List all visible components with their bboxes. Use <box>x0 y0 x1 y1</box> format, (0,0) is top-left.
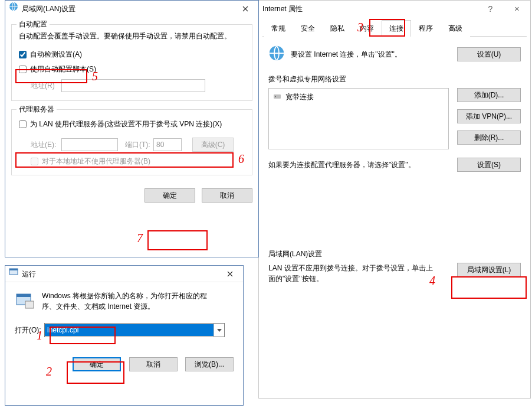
bypass-local-label: 对于本地地址不使用代理服务器(B) <box>42 156 150 167</box>
dialup-section-label: 拨号和虚拟专用网络设置 <box>268 74 521 84</box>
lan-titlebar: 局域网(LAN)设置 <box>5 1 258 17</box>
chevron-down-icon <box>217 329 222 332</box>
internet-properties-titlebar: Internet 属性 ? × <box>259 1 530 17</box>
proxy-port-label: 端口(T): <box>125 140 153 150</box>
tab-programs[interactable]: 程序 <box>411 20 441 37</box>
run-cancel-button[interactable]: 取消 <box>129 357 178 371</box>
advanced-button: 高级(C) <box>192 138 234 152</box>
lan-cancel-button[interactable]: 取消 <box>202 188 252 203</box>
svg-point-2 <box>275 96 276 97</box>
bypass-local-checkbox <box>31 158 38 165</box>
lan-ok-button[interactable]: 确定 <box>145 188 195 203</box>
tab-advanced[interactable]: 高级 <box>441 20 470 37</box>
svg-rect-7 <box>17 294 31 297</box>
run-description: Windows 将根据你所输入的名称，为你打开相应的程序、文件夹、文档或 Int… <box>42 291 219 312</box>
globe-icon <box>9 1 22 17</box>
add-button[interactable]: 添加(D)... <box>457 88 521 102</box>
auto-config-note: 自动配置会覆盖手动设置。要确保使用手动设置，请禁用自动配置。 <box>19 31 245 41</box>
run-program-icon <box>15 291 42 312</box>
run-titlebar: 运行 <box>5 266 243 282</box>
address-label: 地址(R) <box>31 81 61 91</box>
settings-button[interactable]: 设置(S) <box>457 158 521 172</box>
auto-script-checkbox[interactable] <box>19 66 27 73</box>
close-button[interactable]: × <box>504 1 530 17</box>
tab-security[interactable]: 安全 <box>293 20 323 37</box>
svg-rect-1 <box>274 94 281 99</box>
open-input[interactable] <box>45 324 214 336</box>
auto-detect-checkbox[interactable] <box>19 51 27 58</box>
open-combobox[interactable] <box>44 323 225 337</box>
lan-title: 局域网(LAN)设置 <box>22 1 75 17</box>
run-dialog: 运行 Windows 将根据你所输入的名称，为你打开相应的程序、文件夹、文档或 … <box>5 265 244 406</box>
connections-tab-body: 要设置 Internet 连接，单击"设置"。 设置(U) 拨号和虚拟专用网络设… <box>259 37 530 292</box>
internet-properties-title: Internet 属性 <box>262 1 303 17</box>
dialup-item-label: 宽带连接 <box>285 92 314 102</box>
auto-script-address-input <box>61 79 205 92</box>
delete-button[interactable]: 删除(R)... <box>457 130 521 145</box>
lan-settings-dialog: 局域网(LAN)设置 自动配置 自动配置会覆盖手动设置。要确保使用手动设置，请禁… <box>5 0 259 257</box>
modem-icon <box>272 92 285 103</box>
proxy-legend: 代理服务器 <box>17 105 57 115</box>
tab-general[interactable]: 常规 <box>264 20 293 37</box>
use-proxy-label: 为 LAN 使用代理服务器(这些设置不用于拨号或 VPN 连接)(X) <box>30 119 222 129</box>
tab-privacy[interactable]: 隐私 <box>323 20 352 37</box>
run-browse-button[interactable]: 浏览(B)... <box>185 357 234 371</box>
help-button[interactable]: ? <box>477 1 504 17</box>
proxy-address-label: 地址(E): <box>31 140 61 150</box>
auto-detect-label: 自动检测设置(A) <box>30 50 82 60</box>
proxy-address-input <box>61 138 118 151</box>
lan-section-label: 局域网(LAN)设置 <box>268 249 521 259</box>
svg-rect-8 <box>25 301 34 308</box>
add-vpn-button[interactable]: 添加 VPN(P)... <box>457 109 521 123</box>
close-icon <box>242 6 248 12</box>
dialup-listbox[interactable]: 宽带连接 <box>268 88 449 149</box>
svg-rect-5 <box>9 269 18 270</box>
run-close-button[interactable] <box>216 266 243 282</box>
run-ok-button[interactable]: 确定 <box>73 357 121 371</box>
open-label: 打开(O): <box>15 325 44 335</box>
setup-button[interactable]: 设置(U) <box>457 47 521 61</box>
tab-strip: 常规 安全 隐私 内容 连接 程序 高级 <box>262 19 527 37</box>
globe-wand-icon <box>268 45 291 63</box>
use-proxy-checkbox[interactable] <box>19 120 27 128</box>
tab-content[interactable]: 内容 <box>352 20 382 37</box>
proxy-note: 如果要为连接配置代理服务器，请选择"设置"。 <box>268 159 415 170</box>
lan-close-button[interactable] <box>232 1 258 17</box>
tab-connections[interactable]: 连接 <box>382 20 411 37</box>
auto-config-legend: 自动配置 <box>17 19 50 30</box>
internet-properties-window: Internet 属性 ? × 常规 安全 隐私 内容 连接 程序 高级 要设置… <box>258 0 531 399</box>
auto-script-label: 使用自动配置脚本(S) <box>30 64 96 74</box>
dialup-list-item[interactable]: 宽带连接 <box>272 91 445 103</box>
close-icon <box>227 271 233 277</box>
auto-config-group: 自动配置 自动配置会覆盖手动设置。要确保使用手动设置，请禁用自动配置。 自动检测… <box>11 24 252 101</box>
setup-text: 要设置 Internet 连接，单击"设置"。 <box>291 49 402 60</box>
lan-note: LAN 设置不应用到拨号连接。对于拨号设置，单击上面的"设置"按钮。 <box>268 263 434 284</box>
proxy-group: 代理服务器 为 LAN 使用代理服务器(这些设置不用于拨号或 VPN 连接)(X… <box>11 109 252 175</box>
proxy-port-input <box>153 138 182 151</box>
combobox-dropdown-button[interactable] <box>214 324 224 337</box>
run-window-icon <box>9 266 22 282</box>
run-title: 运行 <box>22 266 36 282</box>
lan-settings-button[interactable]: 局域网设置(L) <box>457 263 521 277</box>
